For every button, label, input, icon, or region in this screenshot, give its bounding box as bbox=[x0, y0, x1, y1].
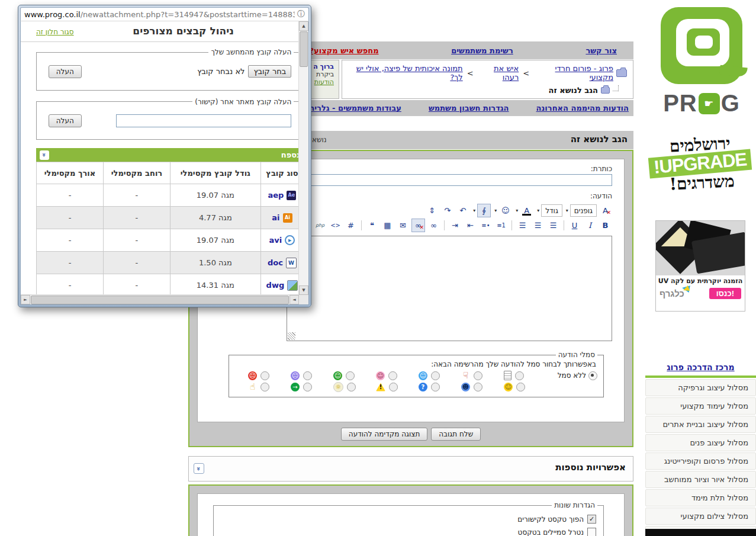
scroll-left-button[interactable]: ◄ bbox=[289, 295, 299, 304]
sidebar-item[interactable]: מסלול עיצוב פנים bbox=[645, 434, 756, 451]
smiley-radio[interactable] bbox=[346, 371, 355, 380]
misc-settings-fieldset: הגדרות שונות ✓הפוך טקסט לקישוריםנטרל סמי… bbox=[213, 501, 604, 536]
collapse-icon[interactable]: « bbox=[40, 150, 49, 160]
sidebar-item[interactable]: מסלול פרסום וקופירייטינג bbox=[645, 452, 756, 470]
horizontal-scrollbar[interactable]: ◄ ► bbox=[21, 294, 299, 304]
prog-logo[interactable]: PR ☛ G bbox=[654, 7, 749, 117]
message-textarea[interactable] bbox=[287, 236, 612, 341]
user-nav-link[interactable]: הודעות מהיממה האחרונה bbox=[536, 104, 629, 113]
insert-link-icon[interactable]: ∞ bbox=[427, 219, 440, 232]
collapse-icon[interactable]: « bbox=[194, 463, 204, 474]
upgrade-banner[interactable]: ירושלמים UPGRADE! משדרגים! bbox=[649, 134, 753, 194]
bold-icon[interactable]: B bbox=[599, 219, 612, 232]
upload-remote-button[interactable]: העלה bbox=[49, 114, 82, 127]
checkbox[interactable] bbox=[587, 528, 596, 536]
vertical-scroll-thumb[interactable] bbox=[300, 31, 308, 67]
toolbar-group: php bbox=[313, 219, 327, 232]
checkbox[interactable]: ✓ bbox=[587, 515, 596, 524]
smiley-radio[interactable] bbox=[260, 371, 269, 380]
dropdown-caret-icon[interactable]: ▾ bbox=[514, 208, 520, 213]
sidebar-item[interactable]: מסלול עיצוב ובניית אתרים bbox=[645, 416, 756, 433]
sidebar-item[interactable]: מסלול איור וציור ממוחשב bbox=[645, 471, 756, 488]
font-family-select[interactable]: גופנים bbox=[570, 204, 597, 217]
sidebar-item[interactable]: מסלול עימוד מקצועי bbox=[645, 397, 756, 415]
smiley-radio[interactable] bbox=[389, 383, 398, 391]
toolbar-separator bbox=[361, 220, 362, 230]
smiley-radio[interactable] bbox=[431, 371, 440, 380]
font-color-icon[interactable]: A bbox=[520, 204, 533, 217]
page-info-icon[interactable]: ⓘ bbox=[297, 9, 305, 20]
close-window-link[interactable]: סגור חלון זה bbox=[36, 28, 74, 36]
no-icon-radio[interactable] bbox=[588, 371, 597, 380]
insert-image-icon[interactable]: ▦ bbox=[381, 219, 394, 232]
smiley-radio[interactable] bbox=[515, 371, 524, 380]
smiley-radio[interactable] bbox=[474, 383, 482, 391]
redo-icon[interactable]: ↷ bbox=[440, 204, 454, 217]
attach-icon[interactable]: ∮ bbox=[477, 204, 491, 217]
italic-icon[interactable]: I bbox=[583, 219, 597, 232]
choose-file-button[interactable]: בחר קובץ bbox=[248, 65, 291, 78]
remote-url-input[interactable] bbox=[116, 114, 291, 127]
file-input[interactable]: בחר קובץ לא נבחר קובץ bbox=[197, 65, 291, 78]
align-right-icon[interactable]: ☰ bbox=[546, 219, 560, 232]
sidebar-item[interactable]: מסלול עיצוב וגרפיקה bbox=[645, 379, 756, 396]
upload-local-button[interactable]: העלה bbox=[49, 65, 82, 78]
font-size-select[interactable]: גודל bbox=[541, 204, 562, 217]
no-icon-option[interactable]: ללא סמל bbox=[546, 371, 597, 380]
smiley-radio[interactable] bbox=[303, 371, 312, 380]
preview-button[interactable]: תצוגה מקדימה להודעה bbox=[341, 428, 427, 441]
remove-format-icon[interactable]: A✕ bbox=[599, 204, 612, 217]
user-nav-link[interactable]: עבודות משתמשים - גלריה bbox=[309, 104, 401, 113]
dropdown-caret-icon[interactable]: ▾ bbox=[471, 208, 477, 213]
breadcrumb-link[interactable]: איש את רעהו bbox=[478, 64, 519, 82]
prog-o-icon: ☛ bbox=[699, 93, 720, 114]
unlink-icon[interactable]: ∞✕ bbox=[411, 219, 425, 232]
horizontal-scroll-thumb[interactable] bbox=[31, 296, 289, 304]
hash-icon[interactable]: # bbox=[344, 219, 358, 232]
code-icon[interactable]: <> bbox=[329, 219, 342, 232]
breadcrumb-link[interactable]: פרוג - פורום חרדי מקצועי bbox=[533, 64, 613, 82]
training-center-link[interactable]: מרכז הדרכה פרוג bbox=[645, 362, 756, 372]
nav-link[interactable]: צור קשר bbox=[586, 46, 617, 55]
bullet-list-icon[interactable]: •≡ bbox=[479, 219, 493, 232]
align-left-icon[interactable]: ☰ bbox=[516, 219, 529, 232]
dropdown-caret-icon[interactable]: ▾ bbox=[535, 208, 541, 213]
breadcrumb: פרוג - פורום חרדי מקצועי>איש את רעהו>תמו… bbox=[342, 60, 633, 99]
dropdown-caret-icon[interactable]: ▾ bbox=[564, 208, 570, 213]
smiley-radio[interactable] bbox=[388, 371, 397, 380]
editor-resize-icon[interactable]: ⇕ bbox=[425, 204, 439, 217]
smiley-radio[interactable] bbox=[474, 371, 482, 380]
smiley-radio[interactable] bbox=[516, 383, 525, 391]
sidebar-item[interactable]: מסלול צילום מקצועי bbox=[645, 508, 756, 525]
sidebar-item[interactable]: מסלול תלת מימד bbox=[645, 489, 756, 506]
outdent-icon[interactable]: ⇤ bbox=[464, 219, 477, 232]
php-icon[interactable]: php bbox=[313, 219, 327, 232]
smiley-radio[interactable] bbox=[347, 383, 356, 391]
grin-green-icon: ☺ bbox=[333, 371, 342, 380]
popup-url-bar: www.prog.co.il /newattachment.php?t=3149… bbox=[20, 7, 309, 21]
underline-icon[interactable]: U bbox=[568, 219, 581, 232]
scroll-down-button[interactable]: ▼ bbox=[299, 285, 308, 295]
scroll-right-button[interactable]: ► bbox=[21, 295, 30, 304]
nav-link[interactable]: מחפש איש מקצוע? bbox=[309, 46, 378, 55]
nav-link[interactable]: רשימת משתמשים bbox=[451, 46, 513, 55]
align-center-icon[interactable]: ☰ bbox=[531, 219, 545, 232]
breadcrumb-link[interactable]: תמונה איכותית של פיצה, אולי יש לך? bbox=[348, 64, 463, 82]
smiley-radio[interactable] bbox=[431, 383, 440, 391]
undo-icon[interactable]: ↶ bbox=[456, 204, 469, 217]
scroll-up-button[interactable]: ▲ bbox=[299, 21, 308, 31]
smiley-radio[interactable] bbox=[303, 383, 312, 391]
indent-icon[interactable]: ⇥ bbox=[448, 219, 462, 232]
ad-enter-button[interactable]: כנסו! bbox=[709, 288, 741, 299]
ad-banner[interactable]: הזמנה יוקרתית עם לקה UV כלגרף כנסו! bbox=[655, 220, 745, 312]
settings-option: נטרל סמיילים בטקסט bbox=[221, 528, 596, 536]
user-nav-link[interactable]: הגדרות חשבון משתמש bbox=[429, 104, 509, 113]
vertical-scrollbar[interactable]: ▲ ▼ bbox=[298, 21, 308, 295]
smiley-radio[interactable] bbox=[260, 383, 269, 391]
submit-reply-button[interactable]: שלח תגובה bbox=[431, 428, 481, 441]
ordered-list-icon[interactable]: 1≡ bbox=[494, 219, 508, 232]
dropdown-caret-icon[interactable]: ▾ bbox=[493, 208, 498, 213]
smilies-menu-icon[interactable]: ☺ bbox=[498, 204, 512, 217]
insert-image-email-icon[interactable]: ✉ bbox=[396, 219, 410, 232]
quote-icon[interactable]: ❝ bbox=[365, 219, 379, 232]
